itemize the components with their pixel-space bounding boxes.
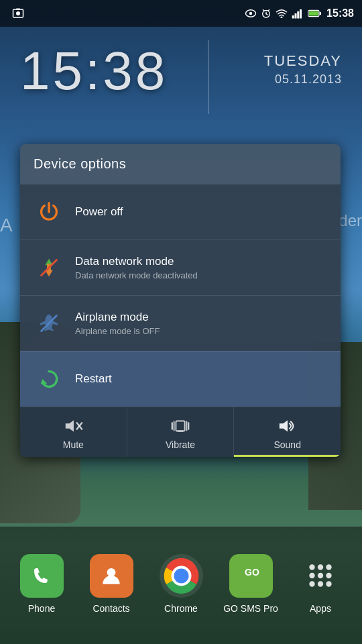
data-network-text: Data network mode Data network mode deac… (75, 255, 198, 280)
power-icon (34, 197, 64, 227)
dock-item-chrome[interactable]: Chrome (151, 554, 211, 614)
dock-item-phone[interactable]: Phone (11, 554, 72, 614)
wifi-icon (276, 9, 288, 18)
svg-point-47 (318, 581, 323, 586)
dock-item-contacts[interactable]: Contacts (81, 554, 141, 614)
contacts-icon (90, 554, 133, 598)
apps-icon (299, 554, 343, 598)
restart-label: Restart (75, 372, 112, 386)
data-network-subtitle: Data network mode deactivated (75, 270, 198, 280)
power-off-text: Power off (75, 205, 123, 219)
svg-point-41 (318, 564, 323, 570)
mute-label: Mute (63, 439, 84, 450)
go-sms-icon: GO (229, 554, 273, 598)
power-off-label: Power off (75, 205, 123, 219)
sound-label: Sound (274, 439, 300, 450)
svg-point-43 (309, 573, 314, 578)
restart-text: Restart (75, 372, 112, 386)
svg-text:GO: GO (245, 567, 259, 578)
chrome-icon (160, 554, 203, 598)
wallpaper-divider (208, 40, 208, 114)
svg-point-1 (16, 11, 20, 15)
photo-icon (12, 7, 24, 19)
contacts-label: Contacts (93, 603, 129, 614)
sound-button[interactable]: Sound (234, 407, 341, 457)
wallpaper-day: TUESDAY (264, 52, 342, 70)
airplane-mode-label: Airplane mode (75, 311, 160, 324)
svg-rect-17 (320, 12, 321, 15)
dock-item-apps[interactable]: Apps (290, 554, 351, 614)
dialog-title: Device options (20, 144, 341, 184)
wallpaper-date: 05.11.2013 (275, 72, 342, 87)
svg-rect-28 (176, 421, 184, 431)
mute-icon (63, 417, 83, 435)
airplane-mode-text: Airplane mode Airplane mode is OFF (75, 311, 160, 336)
status-time: 15:38 (326, 7, 354, 19)
svg-rect-11 (292, 15, 294, 19)
airplane-icon (34, 308, 64, 339)
data-network-icon (34, 252, 64, 283)
airplane-mode-item[interactable]: Airplane mode Airplane mode is OFF (20, 295, 341, 351)
device-options-dialog: Device options Power off (20, 144, 341, 457)
side-text-right: der (339, 211, 362, 230)
svg-point-42 (326, 564, 331, 570)
status-bar: 15:38 (0, 0, 362, 27)
svg-rect-13 (297, 11, 299, 19)
side-text-left: A (0, 215, 13, 236)
alarm-icon (261, 8, 272, 19)
svg-line-7 (266, 14, 267, 15)
apps-label: Apps (310, 603, 331, 614)
svg-point-44 (318, 573, 323, 578)
svg-point-38 (174, 568, 188, 583)
svg-marker-25 (66, 421, 74, 432)
go-sms-label: GO SMS Pro (223, 603, 278, 614)
vibrate-label: Vibrate (166, 439, 195, 450)
svg-point-35 (107, 568, 116, 577)
svg-rect-12 (295, 13, 297, 19)
svg-line-8 (263, 10, 264, 11)
sound-row: Mute Vibrate Sound (20, 407, 341, 457)
svg-rect-14 (300, 9, 302, 19)
phone-label: Phone (28, 603, 55, 614)
data-network-item[interactable]: Data network mode Data network mode deac… (20, 239, 341, 295)
phone-icon (20, 554, 64, 598)
sound-active-indicator (234, 455, 341, 457)
svg-point-45 (326, 573, 331, 578)
svg-rect-16 (309, 11, 318, 16)
svg-point-48 (326, 581, 331, 586)
data-network-label: Data network mode (75, 255, 198, 268)
restart-icon (34, 364, 64, 394)
vibrate-button[interactable]: Vibrate (127, 407, 235, 457)
vibrate-icon (170, 417, 190, 435)
power-off-item[interactable]: Power off (20, 184, 341, 239)
signal-icon (292, 8, 304, 19)
svg-marker-34 (279, 421, 287, 432)
svg-point-40 (309, 564, 314, 570)
svg-marker-24 (41, 379, 48, 384)
battery-icon (308, 9, 321, 18)
svg-point-10 (281, 17, 283, 19)
svg-line-9 (268, 10, 269, 11)
svg-rect-2 (16, 9, 20, 10)
airplane-mode-subtitle: Airplane mode is OFF (75, 326, 160, 336)
svg-point-4 (249, 12, 253, 15)
bottom-dock: Phone Contacts (0, 527, 362, 644)
wallpaper-clock: 15:38 (20, 40, 168, 102)
svg-point-46 (309, 581, 314, 586)
mute-button[interactable]: Mute (20, 407, 127, 457)
eye-icon (245, 9, 257, 18)
chrome-label: Chrome (164, 603, 198, 614)
dock-item-go-sms-pro[interactable]: GO GO SMS Pro (221, 554, 281, 614)
sound-icon (278, 417, 298, 435)
restart-item[interactable]: Restart (20, 351, 341, 407)
